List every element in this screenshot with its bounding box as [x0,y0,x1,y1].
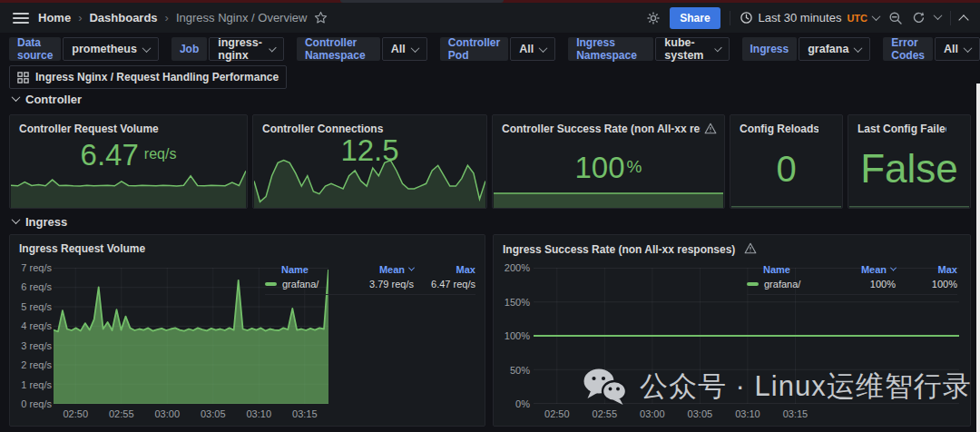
wechat-icon [583,368,628,406]
sparkline-svg [731,203,841,208]
clock-icon [740,11,753,25]
legend-header-label: Max [938,264,957,275]
stat-value: 0 [730,137,842,201]
breadcrumb-home[interactable]: Home [38,11,71,25]
filter-value-text: kube-system [664,36,709,62]
legend-header-max[interactable]: Max [896,264,957,275]
sparkline-svg [254,152,485,208]
breadcrumb-separator: › [165,11,169,25]
gear-icon[interactable] [646,11,661,25]
y-tick-label: 0% [515,398,530,409]
y-axis: 200%150%100%50%0% [495,268,530,404]
legend-header-label: Max [456,264,475,275]
y-tick-label: 4 req/s [21,320,52,331]
panel-title[interactable]: Controller Success Rate (non All-xx resp… [502,123,701,135]
series-label: grafana/ [764,279,800,290]
panel-title[interactable]: Ingress Success Rate (non All-xx respons… [503,243,735,256]
filter-value-dropdown[interactable]: All [382,37,427,61]
filter-value-text: grafana [808,43,848,55]
filter-label: Error Codes [883,37,933,61]
stat-value: False [848,137,970,201]
sparkline [731,203,841,208]
panel-config-reloads: Config Reloads 0 [730,114,843,209]
filter-value-dropdown[interactable]: kube-system [655,37,729,61]
panel-title[interactable]: Ingress Request Volume [19,242,461,255]
filter-value-dropdown[interactable]: ingress-nginx [209,37,284,61]
warning-icon[interactable] [744,242,757,257]
y-tick-label: 200% [505,262,530,273]
legend-table: NameMeanMaxgrafana/3.79 req/s6.47 req/s [265,264,475,295]
divider [730,11,730,25]
filter-value-dropdown[interactable]: All [510,37,555,61]
chevron-down-icon [12,215,21,224]
y-tick-label: 6 req/s [21,281,52,292]
watermark-text: 公众号 · Linux运维智行录 [640,368,972,406]
refresh-interval-chevron-icon[interactable] [934,11,943,20]
collapse-up-icon[interactable] [958,15,968,25]
stat-value: 6.47req/s [10,142,247,166]
filter-label: Controller Namespace [297,37,380,61]
filter-group: Ingressgrafana [742,37,871,61]
filter-label: Ingress Namespace [568,37,653,61]
panel-controller-success-rate: Controller Success Rate (non All-xx resp… [492,114,725,209]
legend-header-mean[interactable]: Mean [827,264,896,275]
legend-header-mean[interactable]: Mean [345,264,414,275]
filter-value-text: prometheus [72,43,137,55]
legend-mean-value: 100% [827,279,896,290]
filter-value-text: All [944,43,958,55]
row-toggle-controller[interactable]: Controller [13,93,82,106]
legend-series-name[interactable]: grafana/ [265,279,345,290]
legend-header-label: Name [763,264,790,275]
top-navbar: Home › Dashboards › Ingress Nginx / Over… [0,3,980,33]
time-range-picker[interactable]: Last 30 minutes UTC [740,11,879,25]
sparkline [11,166,246,208]
x-axis: 02:5002:5503:0003:0503:1003:15 [534,408,959,421]
star-icon[interactable] [314,11,328,25]
panel-title[interactable]: Config Reloads [740,123,818,135]
zoom-out-icon[interactable] [888,11,903,25]
panel-controller-connections: Controller Connections 12.5 [252,114,487,209]
share-button[interactable]: Share [670,7,720,29]
stat-value: 100% [493,141,724,193]
sparkline [254,152,485,208]
legend-header-name[interactable]: Name [265,264,345,275]
filter-value-dropdown[interactable]: grafana [799,37,870,61]
filter-value-dropdown[interactable]: prometheus [63,37,159,61]
related-dashboard-link[interactable]: Ingress Nginx / Request Handling Perform… [9,65,287,89]
legend-max-value: 100% [896,279,957,290]
y-tick-label: 100% [505,330,530,341]
filter-label: Controller Pod [440,37,508,61]
chevron-down-icon [410,44,419,53]
filter-value-dropdown[interactable]: All [935,37,980,61]
legend-series-name[interactable]: grafana/ [747,279,827,290]
filters-row: Data sourceprometheusJobingress-nginxCon… [9,37,980,61]
panel-title[interactable]: Last Config Failed [858,123,946,135]
x-tick-label: 03:15 [783,408,808,419]
breadcrumb: Home › Dashboards › Ingress Nginx / Over… [38,11,328,25]
sparkline [494,192,723,208]
y-tick-label: 150% [505,297,530,308]
breadcrumb-dashboards[interactable]: Dashboards [89,11,157,25]
sparkline [849,203,969,208]
chevron-down-icon [539,44,548,53]
panel-controller-request-volume: Controller Request Volume 6.47req/s [9,114,248,209]
y-axis: 7 req/s6 req/s5 req/s4 req/s3 req/s2 req… [14,268,52,404]
y-tick-label: 1 req/s [21,379,52,390]
legend-header-max[interactable]: Max [414,264,475,275]
x-tick-label: 03:15 [292,408,318,419]
legend-header-label: Mean [379,264,405,275]
y-tick-label: 7 req/s [21,262,52,273]
x-tick-label: 02:55 [593,408,618,419]
legend-header-name[interactable]: Name [747,264,827,275]
panel-title[interactable]: Controller Request Volume [19,123,223,135]
breadcrumb-separator: › [78,11,82,25]
refresh-icon[interactable] [912,11,926,25]
row-toggle-ingress[interactable]: Ingress [13,215,67,229]
x-tick-label: 03:00 [154,408,180,419]
navbar-actions: Share Last 30 minutes UTC [646,7,967,29]
x-tick-label: 02:50 [63,408,88,419]
menu-icon[interactable] [13,13,29,24]
chart-legend: NameMeanMaxgrafana/100%100% [747,264,957,295]
warning-icon[interactable] [704,122,717,138]
legend-header-label: Name [281,264,309,275]
